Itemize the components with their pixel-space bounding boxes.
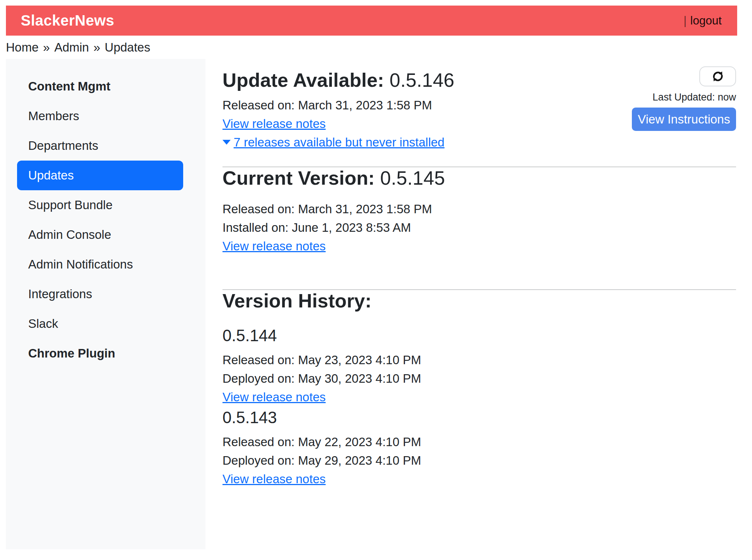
breadcrumb-separator: »: [93, 40, 100, 55]
caret-down-icon: [222, 140, 231, 145]
current-version-label: Current Version:: [222, 167, 375, 189]
update-available-heading: Update Available: 0.5.146: [222, 69, 454, 92]
breadcrumb-home[interactable]: Home: [6, 40, 39, 55]
update-released-on: Released on: March 31, 2023 1:58 PM: [222, 96, 454, 115]
sidebar-item-content-mgmt[interactable]: Content Mgmt: [17, 72, 183, 101]
last-updated-text: Last Updated: now: [653, 92, 736, 103]
sidebar-item-support-bundle[interactable]: Support Bundle: [17, 190, 183, 220]
navbar-separator: |: [683, 14, 686, 27]
current-release-notes-link[interactable]: View release notes: [222, 239, 326, 253]
version-history-heading: Version History:: [222, 290, 736, 312]
logout-link[interactable]: logout: [690, 14, 722, 27]
breadcrumb-current: Updates: [105, 40, 150, 55]
update-available-version: 0.5.146: [390, 69, 455, 91]
sidebar-item-updates[interactable]: Updates: [17, 161, 183, 190]
navbar-right: | logout: [683, 14, 722, 27]
update-release-notes-link[interactable]: View release notes: [222, 117, 326, 131]
sidebar: Content Mgmt Members Departments Updates…: [6, 59, 205, 549]
update-actions: Last Updated: now View Instructions: [632, 66, 736, 131]
update-available-label: Update Available:: [222, 69, 384, 91]
sidebar-item-departments[interactable]: Departments: [17, 131, 183, 161]
update-available-section: Update Available: 0.5.146 Released on: M…: [222, 69, 736, 152]
update-available-info: Update Available: 0.5.146 Released on: M…: [222, 69, 454, 152]
current-released-on: Released on: March 31, 2023 1:58 PM: [222, 200, 736, 218]
main-content: Update Available: 0.5.146 Released on: M…: [205, 59, 736, 549]
sidebar-item-admin-console[interactable]: Admin Console: [17, 220, 183, 250]
page-layout: Content Mgmt Members Departments Updates…: [6, 59, 736, 549]
breadcrumb-admin[interactable]: Admin: [54, 40, 89, 55]
sidebar-item-integrations[interactable]: Integrations: [17, 279, 183, 309]
version-history-entry: 0.5.144 Released on: May 23, 2023 4:10 P…: [222, 327, 736, 406]
version-history-section: Version History: 0.5.144 Released on: Ma…: [222, 290, 736, 489]
current-version-heading: Current Version: 0.5.145: [222, 167, 736, 190]
refresh-icon: [711, 70, 725, 83]
history-release-notes-link[interactable]: View release notes: [222, 472, 326, 486]
sidebar-item-chrome-plugin[interactable]: Chrome Plugin: [17, 339, 183, 368]
sidebar-item-members[interactable]: Members: [17, 101, 183, 131]
current-version-number: 0.5.145: [380, 167, 445, 189]
brand-link[interactable]: SlackerNews: [21, 12, 114, 29]
history-released-on: Released on: May 23, 2023 4:10 PM: [222, 351, 736, 369]
current-installed-on: Installed on: June 1, 2023 8:53 AM: [222, 218, 736, 237]
history-release-notes-link[interactable]: View release notes: [222, 390, 326, 404]
refresh-button[interactable]: [699, 66, 736, 86]
top-navbar: SlackerNews | logout: [6, 6, 737, 36]
history-deployed-on: Deployed on: May 30, 2023 4:10 PM: [222, 369, 736, 388]
breadcrumb: Home » Admin » Updates: [6, 40, 746, 55]
version-history-entry: 0.5.143 Released on: May 22, 2023 4:10 P…: [222, 409, 736, 488]
view-instructions-button[interactable]: View Instructions: [632, 108, 736, 131]
sidebar-item-admin-notifications[interactable]: Admin Notifications: [17, 250, 183, 279]
breadcrumb-separator: »: [43, 40, 50, 55]
history-deployed-on: Deployed on: May 29, 2023 4:10 PM: [222, 451, 736, 470]
current-version-section: Current Version: 0.5.145 Released on: Ma…: [222, 167, 736, 256]
history-version-number: 0.5.143: [222, 409, 736, 426]
history-version-number: 0.5.144: [222, 327, 736, 345]
history-released-on: Released on: May 22, 2023 4:10 PM: [222, 433, 736, 451]
releases-toggle-link[interactable]: 7 releases available but never installed: [222, 135, 445, 149]
sidebar-item-slack[interactable]: Slack: [17, 309, 183, 339]
